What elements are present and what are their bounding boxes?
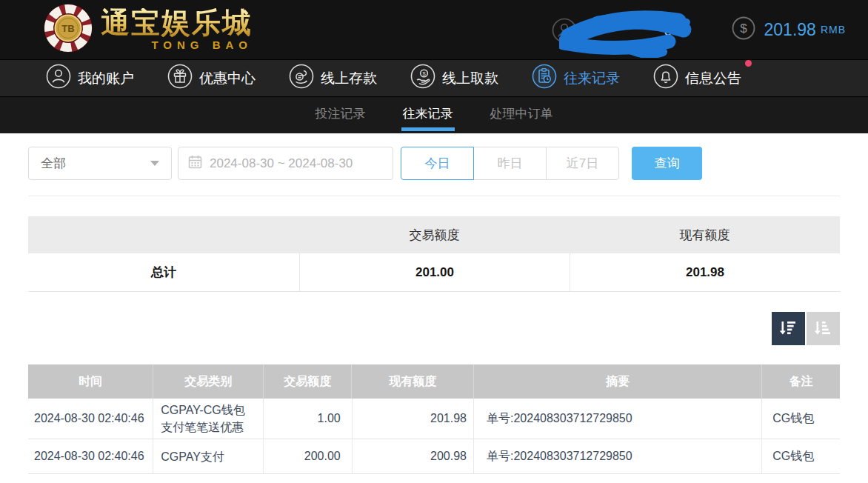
nav-item-announcements[interactable]: 信息公告 (653, 64, 741, 93)
balance-amount: 201.98 (764, 20, 816, 40)
records-icon (532, 64, 557, 93)
balance-display[interactable]: $ 201.98 RMB (732, 16, 846, 43)
date-range-value: 2024-08-30 ~ 2024-08-30 (210, 156, 353, 171)
filter-bar: 全部 2024-08-30 ~ 2024-08-30 (28, 147, 840, 180)
col-header-summary: 摘要 (473, 364, 761, 399)
masked-username-scribble (559, 4, 700, 58)
summary-transaction-total: 201.00 (299, 253, 570, 291)
top-bar: TB 通宝娱乐城 TONG BAO 0 (0, 0, 868, 59)
content-area: 全部 2024-08-30 ~ 2024-08-30 (0, 133, 868, 474)
top-bar-right: 0 $ 201. (546, 3, 846, 56)
cell-amount: 200.00 (263, 439, 352, 473)
cell-balance: 200.98 (352, 439, 473, 473)
active-tab-underline (401, 127, 455, 131)
type-select-value: 全部 (41, 155, 66, 172)
summary-header-balance: 现有额度 (570, 227, 840, 244)
query-button[interactable]: 查询 (632, 147, 702, 180)
cell-balance: 201.98 (352, 399, 473, 439)
dollar-coin-icon: $ (732, 16, 755, 43)
cell-remark: CG钱包 (761, 399, 840, 439)
balance-currency: RMB (821, 24, 846, 36)
svg-text:TB: TB (61, 23, 74, 34)
tab-label: 处理中订单 (490, 107, 553, 121)
quick-date-button-group: 今日 昨日 近7日 (401, 147, 619, 180)
site-logo[interactable]: TB 通宝娱乐城 TONG BAO (43, 3, 253, 56)
section-divider (28, 196, 840, 196)
bell-icon (653, 64, 678, 93)
cell-summary: 单号:202408303712729850 (473, 399, 761, 439)
logo-title: 通宝娱乐城 (101, 8, 253, 37)
logo-subtitle: TONG BAO (101, 39, 253, 51)
withdraw-icon: $ (410, 64, 435, 93)
sort-ascending-icon (813, 318, 833, 340)
tab-betting-records[interactable]: 投注记录 (314, 97, 367, 133)
calendar-icon (187, 154, 203, 173)
nav-label: 优惠中心 (199, 69, 256, 88)
nav-label: 线上取款 (442, 69, 498, 88)
today-button[interactable]: 今日 (401, 147, 474, 180)
gift-icon (167, 64, 193, 93)
col-header-type: 交易类别 (153, 364, 263, 399)
tab-label: 投注记录 (316, 107, 366, 121)
user-account-area[interactable]: 0 (546, 3, 705, 56)
chevron-down-icon (150, 161, 159, 166)
nav-item-withdraw[interactable]: $ 线上取款 (410, 64, 498, 93)
sort-descending-button[interactable] (772, 312, 805, 345)
transactions-table: 时间 交易类别 交易额度 现有额度 摘要 备注 2024-08-30 02:40… (28, 364, 840, 474)
nav-label: 我的账户 (78, 69, 134, 88)
last-7-days-button[interactable]: 近7日 (546, 147, 619, 180)
date-range-picker[interactable]: 2024-08-30 ~ 2024-08-30 (178, 147, 393, 180)
col-header-amount: 交易额度 (263, 364, 351, 399)
col-header-balance: 现有额度 (351, 364, 473, 399)
cell-remark: CG钱包 (761, 439, 840, 473)
summary-total-label: 总计 (28, 264, 299, 281)
cell-time: 2024-08-30 02:40:46 (28, 399, 153, 439)
svg-text:$: $ (740, 21, 747, 36)
notification-badge-dot (745, 60, 752, 67)
poker-chip-icon: TB (43, 3, 93, 56)
nav-item-transaction-records[interactable]: 往来记录 (532, 64, 620, 93)
summary-table: 交易额度 现有额度 总计 201.00 201.98 (28, 216, 840, 292)
main-nav: 我的账户 优惠中心 (0, 59, 868, 97)
sub-nav: 投注记录 往来记录 处理中订单 (0, 97, 868, 133)
sort-ascending-button[interactable] (807, 312, 840, 345)
nav-item-my-account[interactable]: 我的账户 (46, 64, 134, 93)
nav-item-deposit[interactable]: 线上存款 (289, 64, 377, 93)
nav-item-promotions[interactable]: 优惠中心 (167, 64, 256, 93)
type-select[interactable]: 全部 (28, 147, 172, 180)
summary-header-row: 交易额度 现有额度 (28, 216, 840, 253)
table-row: 2024-08-30 02:40:46 CGPAY-CG钱包支付笔笔送优惠 1.… (28, 399, 840, 439)
sort-controls (28, 312, 840, 345)
summary-header-transaction: 交易额度 (299, 227, 570, 244)
cell-time: 2024-08-30 02:40:46 (28, 439, 153, 473)
col-header-remark: 备注 (761, 364, 840, 399)
summary-total-row: 总计 201.00 201.98 (28, 253, 840, 291)
logo-text: 通宝娱乐城 TONG BAO (101, 8, 253, 51)
table-header-row: 时间 交易类别 交易额度 现有额度 摘要 备注 (28, 364, 840, 399)
tab-label: 往来记录 (403, 107, 453, 121)
nav-label: 信息公告 (685, 69, 741, 88)
cell-type: CGPAY-CG钱包支付笔笔送优惠 (153, 399, 263, 439)
tab-transaction-records[interactable]: 往来记录 (401, 97, 455, 133)
cell-type: CGPAY支付 (153, 439, 263, 473)
user-icon (46, 64, 71, 93)
tab-processing-orders[interactable]: 处理中订单 (489, 97, 555, 133)
summary-balance-total: 201.98 (570, 253, 840, 291)
sort-descending-icon (778, 318, 798, 340)
cell-amount: 1.00 (263, 399, 352, 439)
deposit-icon (289, 64, 314, 93)
yesterday-button[interactable]: 昨日 (473, 147, 547, 180)
cell-summary: 单号:202408303712729850 (473, 439, 761, 473)
table-row: 2024-08-30 02:40:46 CGPAY支付 200.00 200.9… (28, 439, 840, 474)
nav-label: 线上存款 (321, 69, 377, 88)
nav-label: 往来记录 (564, 69, 620, 88)
col-header-time: 时间 (28, 364, 153, 399)
transaction-records-page: TB 通宝娱乐城 TONG BAO 0 (0, 0, 868, 483)
